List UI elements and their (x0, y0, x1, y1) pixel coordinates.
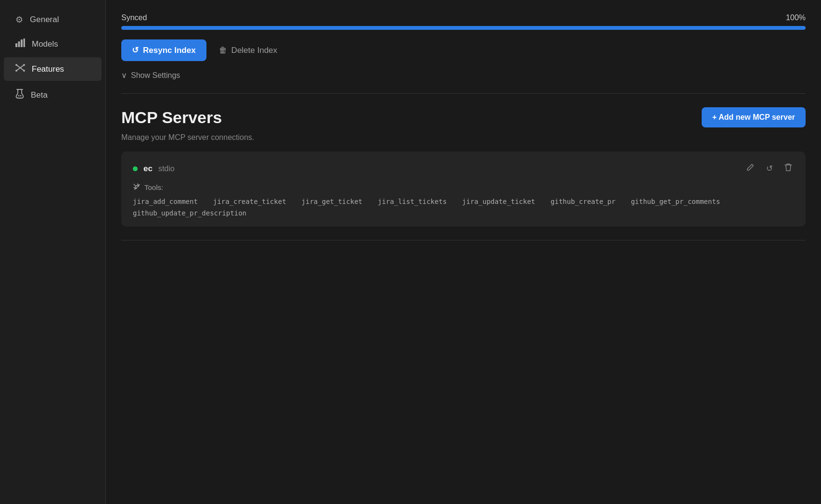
mcp-header: MCP Servers + Add new MCP server (121, 107, 806, 127)
svg-point-11 (18, 95, 20, 97)
status-dot (133, 166, 138, 171)
tool-item: jira_update_ticket (462, 198, 535, 205)
action-buttons: ↺ Resync Index 🗑 Delete Index (121, 39, 806, 61)
mcp-server-type: stdio (158, 164, 175, 173)
sync-section: Synced 100% ↺ Resync Index 🗑 Delete Inde… (121, 13, 806, 80)
tools-icon (133, 183, 141, 192)
tool-item: jira_add_comment (133, 198, 198, 205)
sidebar-item-label: Features (32, 64, 64, 74)
divider-2 (121, 240, 806, 240)
mcp-server-name: ec (143, 164, 153, 174)
svg-point-6 (15, 64, 17, 66)
svg-point-9 (23, 70, 25, 72)
sync-label: Synced (121, 13, 147, 22)
edit-server-button[interactable] (744, 161, 757, 176)
models-icon (15, 38, 25, 50)
mcp-card-left: ec stdio (133, 164, 175, 174)
svg-rect-3 (24, 38, 26, 47)
features-icon (15, 63, 25, 75)
tool-item: github_get_pr_comments (631, 198, 720, 205)
main-content: Synced 100% ↺ Resync Index 🗑 Delete Inde… (106, 0, 821, 504)
svg-point-12 (20, 95, 22, 97)
sidebar: ⚙ General Models Features (0, 0, 106, 504)
resync-label: Resync Index (143, 46, 196, 55)
progress-bar (121, 26, 806, 30)
chevron-down-icon: ∨ (121, 71, 127, 80)
sidebar-item-general[interactable]: ⚙ General (4, 9, 102, 31)
mcp-server-card: ec stdio ↺ (121, 151, 806, 227)
mcp-subtitle: Manage your MCP server connections. (121, 133, 806, 142)
show-settings-label: Show Settings (131, 71, 180, 80)
sidebar-item-label: Models (32, 39, 58, 49)
tool-item: jira_get_ticket (302, 198, 362, 205)
delete-label: Delete Index (231, 46, 277, 55)
sidebar-item-models[interactable]: Models (4, 33, 102, 55)
svg-point-7 (23, 64, 25, 66)
divider-1 (121, 93, 806, 94)
mcp-card-header: ec stdio ↺ (133, 161, 794, 176)
delete-index-button[interactable]: 🗑 Delete Index (214, 40, 282, 61)
add-mcp-button[interactable]: + Add new MCP server (702, 107, 806, 127)
tool-item: github_update_pr_description (133, 209, 246, 217)
delete-server-button[interactable] (783, 161, 794, 176)
resync-icon: ↺ (132, 45, 139, 55)
refresh-icon: ↺ (766, 164, 773, 173)
mcp-section: MCP Servers + Add new MCP server Manage … (121, 107, 806, 227)
tools-text: Tools: (144, 183, 163, 191)
progress-fill (121, 26, 806, 30)
trash-icon: 🗑 (219, 46, 227, 55)
sync-header: Synced 100% (121, 13, 806, 22)
add-mcp-label: + Add new MCP server (712, 113, 795, 122)
mcp-card-actions: ↺ (744, 161, 794, 176)
svg-rect-1 (18, 41, 20, 47)
sidebar-item-label: General (30, 15, 59, 25)
sidebar-item-beta[interactable]: Beta (4, 83, 102, 107)
svg-point-8 (15, 70, 17, 72)
sync-percent: 100% (786, 13, 806, 22)
tool-item: jira_list_tickets (378, 198, 447, 205)
tool-item: github_create_pr (551, 198, 616, 205)
sidebar-item-label: Beta (31, 90, 48, 100)
svg-rect-2 (21, 39, 23, 47)
mcp-title: MCP Servers (121, 108, 222, 127)
resync-button[interactable]: ↺ Resync Index (121, 39, 206, 61)
gear-icon: ⚙ (15, 14, 23, 25)
tools-label: Tools: (133, 183, 794, 192)
show-settings-toggle[interactable]: ∨ Show Settings (121, 71, 806, 80)
svg-rect-0 (15, 43, 17, 47)
beta-icon (15, 88, 24, 101)
tools-grid: jira_add_comment jira_create_ticket jira… (133, 198, 794, 217)
tool-item: jira_create_ticket (213, 198, 286, 205)
sidebar-item-features[interactable]: Features (4, 57, 102, 81)
resync-server-button[interactable]: ↺ (764, 162, 775, 176)
